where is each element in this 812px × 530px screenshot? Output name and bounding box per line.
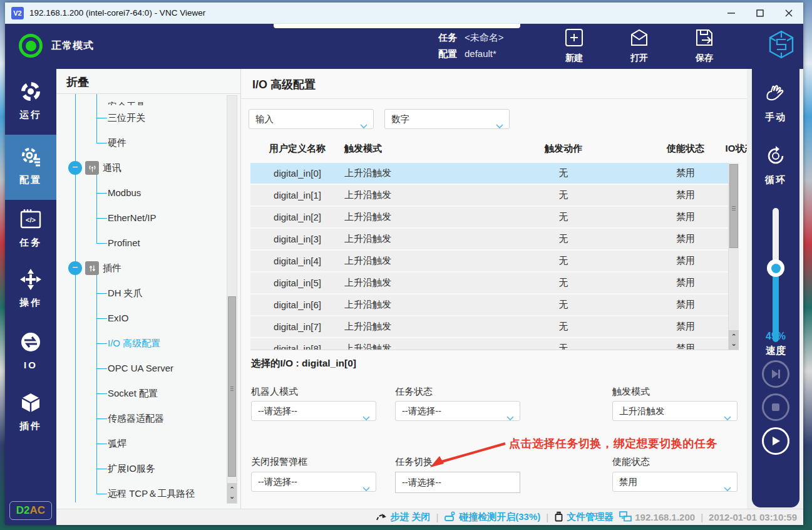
table-row[interactable]: digital_in[2]上升沿触发无禁用 xyxy=(250,207,739,229)
table-row[interactable]: digital_in[4]上升沿触发无禁用 xyxy=(250,251,739,273)
maximize-button[interactable] xyxy=(746,3,774,23)
vnc-logo-icon: V2 xyxy=(11,7,24,19)
collapse-minus-icon[interactable]: − xyxy=(68,261,82,275)
sidebar-item-task[interactable]: </> 任务 xyxy=(5,208,56,249)
svg-text:</>: </> xyxy=(26,216,36,224)
task-state-select[interactable]: --请选择-- xyxy=(395,401,520,421)
task-value: <未命名> xyxy=(465,32,504,43)
window-title: 192.168.1.200 (intel-corei7-64:0) - VNC … xyxy=(29,8,205,18)
code-window-icon: </> xyxy=(19,208,42,233)
task-key: 任务 xyxy=(438,32,457,43)
speed-slider-thumb[interactable] xyxy=(767,259,784,277)
right-sidebar-area: 手动 循环 49% 速度 xyxy=(747,69,803,509)
tree-scroll-area: 安全工具 三位开关 硬件 − 通讯 Modbus EtherNet/IP Pro… xyxy=(56,94,240,509)
usb-drive-icon xyxy=(554,511,563,524)
sidebar-item-operate[interactable]: 操作 xyxy=(5,268,56,309)
move-arrows-icon xyxy=(19,268,42,293)
hand-icon xyxy=(764,81,788,108)
tree-item-exio[interactable]: ExIO xyxy=(56,306,240,331)
io-direction-select[interactable]: 输入 xyxy=(249,109,374,129)
enable-state-label: 使能状态 xyxy=(612,456,650,468)
stop-button[interactable] xyxy=(762,393,789,421)
table-header: 用户定义名称 触发模式 触发动作 使能状态 IO状态 xyxy=(250,143,739,155)
sidebar-item-config[interactable]: 配置 xyxy=(5,145,56,186)
collision-status[interactable]: 碰撞检测开启(33%) xyxy=(444,511,540,524)
robot-mode-select[interactable]: --请选择-- xyxy=(251,401,376,421)
tree-item-arc-welding[interactable]: 弧焊 xyxy=(56,431,240,456)
tree-scrollbar-arrows[interactable]: ⌃⌄ xyxy=(227,483,237,503)
tree-item-three-pos-switch[interactable]: 三位开关 xyxy=(56,105,240,130)
sidebar-item-run[interactable]: 运行 xyxy=(5,80,56,121)
brand-logo-icon xyxy=(768,30,795,61)
tree-item-plugins[interactable]: − 插件 xyxy=(56,256,240,281)
manual-mode-button[interactable]: 手动 xyxy=(752,81,799,123)
tree-collapse-header[interactable]: 折叠 xyxy=(56,69,240,94)
selected-io-label: 选择的I/O : digital_in[0] xyxy=(251,357,356,370)
io-type-select[interactable]: 数字 xyxy=(384,109,510,129)
window-titlebar[interactable]: V2 192.168.1.200 (intel-corei7-64:0) - V… xyxy=(5,3,803,24)
task-state-label: 任务状态 xyxy=(395,386,433,398)
gear-icon xyxy=(19,145,42,170)
table-scrollbar-arrows[interactable]: ⌃⌄ xyxy=(729,330,739,350)
step-forward-button[interactable] xyxy=(762,360,789,388)
annotation-text: 点击选择任务切换，绑定想要切换的任务 xyxy=(509,436,717,451)
tree-item-remote-tcp-toolpath[interactable]: 远程 TCP＆工具路径 xyxy=(56,481,240,506)
file-manager-status[interactable]: 文件管理器 xyxy=(554,511,614,524)
table-row[interactable]: digital_in[6]上升沿触发无禁用 xyxy=(250,294,739,316)
chevron-down-icon xyxy=(496,117,503,135)
network-status: 192.168.1.200 xyxy=(619,511,695,524)
close-button[interactable] xyxy=(774,3,803,23)
robot-mode-label: 机器人模式 xyxy=(251,386,298,398)
sidebar-item-plugin[interactable]: 插件 xyxy=(5,392,56,432)
enable-state-select[interactable]: 禁用 xyxy=(612,472,737,492)
step-status[interactable]: 步进 关闭 xyxy=(376,511,430,523)
tree-item-io-advanced-config[interactable]: I/O 高级配置 xyxy=(56,331,240,356)
collapse-minus-icon[interactable]: − xyxy=(68,161,82,175)
table-row[interactable]: digital_in[5]上升沿触发无禁用 xyxy=(250,273,739,294)
chevron-down-icon xyxy=(724,408,731,427)
right-sidebar: 手动 循环 49% 速度 xyxy=(752,69,799,507)
status-ring-icon xyxy=(19,34,43,58)
tree-item-safety-tool[interactable]: 安全工具 xyxy=(56,94,240,105)
table-scrollbar-thumb[interactable] xyxy=(729,164,738,248)
new-button[interactable]: 新建 xyxy=(556,28,592,64)
loop-mode-button[interactable]: 循环 xyxy=(752,144,799,186)
loop-arrows-icon xyxy=(764,144,788,170)
table-row[interactable]: digital_in[7]上升沿触发无禁用 xyxy=(250,316,739,338)
mode-label: 正常模式 xyxy=(51,39,94,53)
tree-item-opc-ua-server[interactable]: OPC UA Server xyxy=(56,356,240,381)
play-button[interactable] xyxy=(762,427,789,455)
tree-scrollbar[interactable]: ⌃⌄ xyxy=(227,95,237,504)
table-row[interactable]: digital_in[3]上升沿触发无禁用 xyxy=(250,229,739,251)
minimize-button[interactable] xyxy=(717,3,746,23)
tree-item-extended-io-service[interactable]: 扩展IO服务 xyxy=(56,456,240,481)
config-value: default* xyxy=(465,48,496,59)
d2ac-badge[interactable]: D2AC xyxy=(9,501,52,520)
speed-slider[interactable] xyxy=(773,208,779,342)
tree-item-profinet[interactable]: Profinet xyxy=(56,231,240,256)
scroll-down-icon: ⌄ xyxy=(229,494,235,499)
chevron-down-icon xyxy=(362,479,370,498)
tree-item-modbus[interactable]: Modbus xyxy=(56,180,240,205)
trigger-mode-select[interactable]: 上升沿触发 xyxy=(612,401,737,421)
vnc-toolbar-notch[interactable] xyxy=(274,24,520,28)
tree-item-sensor-adapter[interactable]: 传感器适配器 xyxy=(56,406,240,431)
antenna-icon xyxy=(85,161,99,175)
io-table: digital_in[0]上升沿触发无禁用 digital_in[1]上升沿触发… xyxy=(250,163,739,350)
table-row[interactable]: digital_in[8]上升沿触发无禁用 xyxy=(250,338,739,350)
close-alarm-select[interactable]: --请选择-- xyxy=(251,472,376,492)
table-row[interactable]: digital_in[0]上升沿触发无禁用 xyxy=(250,163,739,185)
tree-item-communication[interactable]: − 通讯 xyxy=(56,155,240,180)
open-button[interactable]: 打开 xyxy=(621,28,657,64)
tree-item-socket-config[interactable]: Socket 配置 xyxy=(56,381,240,406)
table-scrollbar[interactable]: ⌃⌄ xyxy=(728,163,739,350)
table-row[interactable]: digital_in[1]上升沿触发无禁用 xyxy=(250,185,739,207)
task-switch-select[interactable]: --请选择-- xyxy=(395,472,520,493)
config-key: 配置 xyxy=(438,48,457,59)
tree-scrollbar-thumb[interactable] xyxy=(228,296,236,477)
tree-item-ethernet-ip[interactable]: EtherNet/IP xyxy=(56,205,240,231)
save-button[interactable]: 保存 xyxy=(686,28,722,64)
tree-item-dh-gripper[interactable]: DH 夹爪 xyxy=(56,281,240,306)
sidebar-item-io[interactable]: IO xyxy=(5,331,56,370)
tree-item-hardware[interactable]: 硬件 xyxy=(56,130,240,155)
